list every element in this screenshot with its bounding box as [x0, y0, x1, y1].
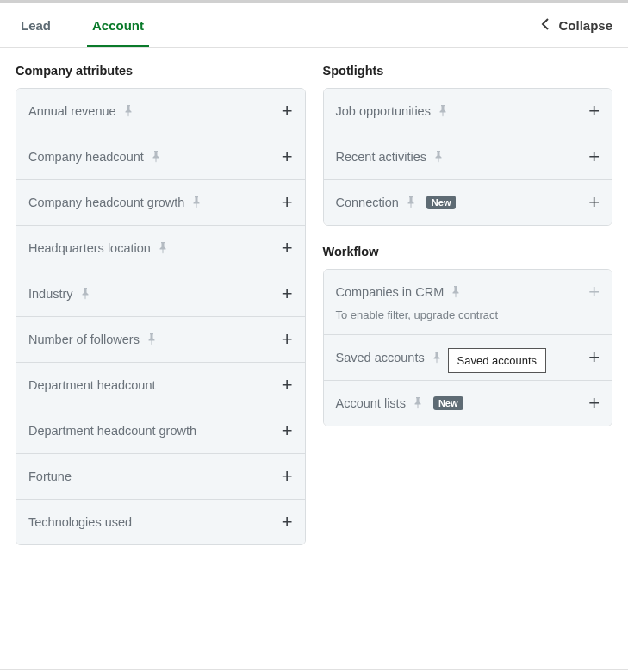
pin-icon: [146, 333, 157, 345]
tab-account[interactable]: Account: [87, 3, 149, 47]
plus-icon[interactable]: +: [588, 394, 600, 413]
filter-row-left: ConnectionNew: [336, 196, 457, 209]
plus-icon[interactable]: +: [282, 513, 293, 532]
plus-icon[interactable]: +: [588, 193, 600, 212]
new-badge: New: [433, 396, 463, 410]
filter-row[interactable]: Department headcount growth+: [16, 408, 305, 454]
plus-icon[interactable]: +: [282, 467, 293, 486]
filter-row-left: Industry: [28, 287, 90, 301]
group-company-attributes: Annual revenue+Company headcount+Company…: [16, 88, 306, 545]
filter-row-left: Company headcount: [28, 150, 161, 164]
plus-icon: +: [588, 283, 600, 302]
filter-row[interactable]: Companies in CRM+To enable filter, upgra…: [324, 270, 612, 335]
filter-label: Annual revenue: [28, 104, 116, 118]
filter-row[interactable]: Fortune+: [16, 454, 305, 500]
filter-row[interactable]: Annual revenue+: [16, 89, 305, 134]
plus-icon[interactable]: +: [282, 102, 293, 121]
filter-label: Fortune: [28, 470, 72, 483]
filter-label: Company headcount: [28, 150, 144, 164]
collapse-button[interactable]: Collapse: [541, 3, 612, 45]
chevron-left-icon: [541, 18, 550, 33]
plus-icon[interactable]: +: [282, 147, 293, 166]
pin-icon: [151, 151, 161, 163]
filter-row[interactable]: Company headcount+: [16, 134, 305, 180]
section-title-company-attributes: Company attributes: [16, 64, 306, 78]
plus-icon[interactable]: +: [282, 330, 293, 349]
plus-icon[interactable]: +: [282, 376, 293, 395]
filter-label: Saved accounts: [336, 351, 425, 364]
filter-label: Company headcount growth: [28, 196, 184, 209]
plus-icon[interactable]: +: [588, 348, 600, 367]
pin-icon: [451, 286, 461, 298]
filter-row[interactable]: ConnectionNew+: [324, 180, 612, 225]
footer-divider: [0, 669, 628, 670]
plus-icon[interactable]: +: [588, 147, 600, 166]
right-column: Spotlights Job opportunities+Recent acti…: [323, 64, 613, 545]
plus-icon[interactable]: +: [588, 102, 600, 121]
filter-label: Recent activities: [336, 150, 427, 164]
left-column: Company attributes Annual revenue+Compan…: [16, 64, 306, 545]
filter-row-left: Number of followers: [28, 333, 157, 346]
filter-row[interactable]: Company headcount growth+: [16, 180, 305, 226]
filter-row[interactable]: Account listsNew+: [324, 381, 612, 426]
pin-icon: [413, 397, 423, 409]
header: Lead Account Collapse: [0, 3, 628, 48]
plus-icon[interactable]: +: [282, 193, 293, 212]
plus-icon[interactable]: +: [282, 239, 293, 258]
filter-subtext: To enable filter, upgrade contract: [336, 308, 600, 321]
filter-label: Headquarters location: [28, 241, 151, 255]
filter-row-left: Annual revenue: [28, 104, 134, 118]
filter-row-left: Department headcount: [28, 378, 156, 392]
filter-label: Connection: [336, 196, 399, 209]
pin-icon: [433, 151, 444, 163]
filter-row-left: Fortune: [28, 470, 72, 483]
filter-label: Number of followers: [28, 333, 140, 346]
pin-icon: [432, 352, 442, 364]
filter-row-left: Job opportunities: [336, 104, 448, 118]
filter-row-left: Recent activities: [336, 150, 445, 164]
filter-row[interactable]: Industry+: [16, 271, 305, 317]
filter-label: Department headcount growth: [28, 424, 196, 438]
filter-row[interactable]: Job opportunities+: [324, 89, 612, 134]
collapse-label: Collapse: [558, 18, 612, 33]
plus-icon[interactable]: +: [282, 421, 293, 440]
filter-row[interactable]: Recent activities+: [324, 134, 612, 180]
filter-label: Industry: [28, 287, 73, 301]
filter-row[interactable]: Department headcount+: [16, 363, 305, 408]
filter-label: Department headcount: [28, 378, 156, 392]
tooltip: Saved accounts: [448, 348, 547, 373]
tab-lead[interactable]: Lead: [16, 3, 56, 47]
pin-icon: [406, 196, 416, 208]
filter-row-left: Headquarters location: [28, 241, 168, 255]
filter-row-top: Companies in CRM+: [336, 283, 600, 302]
new-badge: New: [426, 196, 457, 209]
filter-row-left: Account listsNew: [336, 396, 463, 410]
content: Company attributes Annual revenue+Compan…: [0, 48, 628, 545]
tabs: Lead Account: [16, 3, 149, 47]
section-title-workflow: Workflow: [323, 245, 613, 258]
filter-label: Job opportunities: [336, 104, 431, 118]
section-title-spotlights: Spotlights: [323, 64, 613, 78]
filter-row-left: Technologies used: [28, 515, 132, 529]
filter-row[interactable]: Number of followers+: [16, 317, 305, 363]
pin-icon: [191, 196, 202, 208]
filter-row-left: Companies in CRM: [336, 285, 462, 299]
plus-icon[interactable]: +: [282, 284, 293, 303]
pin-icon: [123, 105, 134, 117]
group-workflow: Companies in CRM+To enable filter, upgra…: [323, 269, 613, 426]
filter-label: Companies in CRM: [336, 285, 445, 299]
filter-label: Technologies used: [28, 515, 132, 529]
filter-row-left: Department headcount growth: [28, 424, 196, 438]
filter-row[interactable]: Headquarters location+: [16, 226, 305, 271]
filter-row[interactable]: Saved accountsSaved accounts+: [324, 335, 612, 381]
pin-icon: [80, 288, 90, 300]
filter-row-left: Saved accountsSaved accounts: [336, 351, 442, 364]
filter-row-left: Company headcount growth: [28, 196, 202, 209]
filter-row[interactable]: Technologies used+: [16, 500, 305, 544]
group-spotlights: Job opportunities+Recent activities+Conn…: [323, 88, 613, 226]
pin-icon: [438, 105, 448, 117]
pin-icon: [158, 242, 168, 254]
filter-label: Account lists: [336, 396, 406, 410]
